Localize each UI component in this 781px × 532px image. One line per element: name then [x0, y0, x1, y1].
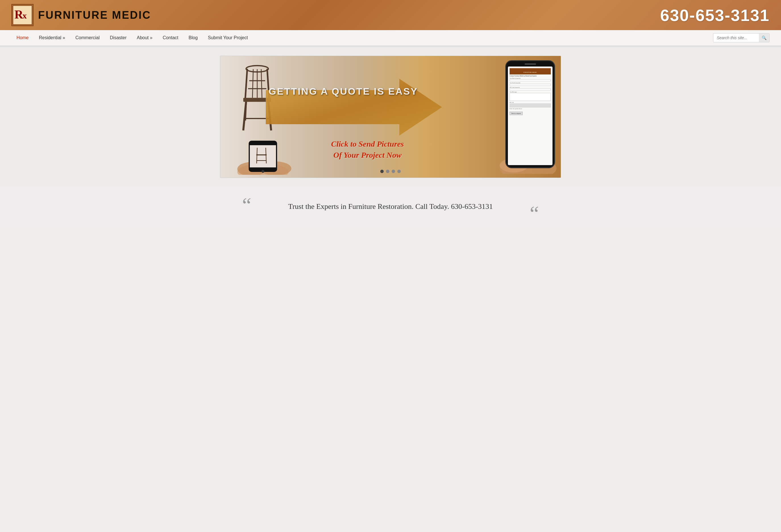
nav-item-home[interactable]: Home — [11, 31, 34, 45]
search-input[interactable] — [713, 34, 759, 42]
slider-dot-2[interactable] — [386, 170, 389, 173]
header-phone: 630-653-3131 — [660, 6, 770, 25]
svg-line-14 — [252, 69, 253, 98]
nav-link-submit[interactable]: Submit Your Project — [203, 31, 253, 45]
nav-link-about[interactable]: About » — [132, 31, 158, 45]
svg-text:R: R — [14, 8, 23, 21]
svg-text:x: x — [23, 11, 27, 20]
slide-image: GETTING A QUOTE IS EASY Click to Send Pi… — [220, 56, 561, 178]
nav-link-blog[interactable]: Blog — [183, 31, 203, 45]
logo-area: R x FURNITURE MEDIC — [11, 4, 151, 26]
slider-dot-4[interactable] — [397, 170, 401, 173]
quote-text: Trust the Experts in Furniture Restorati… — [262, 202, 519, 211]
svg-line-16 — [261, 69, 262, 98]
nav-item-disaster[interactable]: Disaster — [105, 31, 132, 45]
nav-link-home[interactable]: Home — [11, 31, 34, 45]
main-nav: Home Residential » Commercial Disaster A… — [0, 30, 781, 46]
slider-cta[interactable]: Click to Send Pictures Of Your Project N… — [331, 138, 404, 161]
nav-link-contact[interactable]: Contact — [158, 31, 183, 45]
svg-point-28 — [261, 170, 264, 173]
nav-link-commercial[interactable]: Commercial — [70, 31, 105, 45]
phone-send-button[interactable]: Send a request — [509, 112, 523, 115]
phone-mock-right: FURNITURE MEDIC Contact Furniture Medic … — [505, 60, 555, 168]
svg-line-12 — [245, 102, 246, 121]
quote-section: “ Trust the Experts in Furniture Restora… — [0, 187, 781, 227]
site-header: R x FURNITURE MEDIC 630-653-3131 — [0, 0, 781, 30]
nav-item-submit[interactable]: Submit Your Project — [203, 31, 253, 45]
nav-item-commercial[interactable]: Commercial — [70, 31, 105, 45]
search-icon: 🔍 — [762, 36, 767, 40]
main-content: GETTING A QUOTE IS EASY Click to Send Pi… — [0, 47, 781, 187]
phone-hands-left — [229, 129, 297, 175]
svg-rect-23 — [250, 145, 276, 167]
nav-item-contact[interactable]: Contact — [158, 31, 183, 45]
search-bar[interactable]: 🔍 — [713, 33, 770, 42]
slider-dot-3[interactable] — [392, 170, 395, 173]
phone-right: FURNITURE MEDIC Contact Furniture Medic … — [505, 60, 555, 168]
open-quote-mark: “ — [242, 195, 251, 215]
slider-dot-1[interactable] — [380, 170, 384, 173]
nav-links: Home Residential » Commercial Disaster A… — [11, 31, 253, 45]
hero-slider[interactable]: GETTING A QUOTE IS EASY Click to Send Pi… — [220, 56, 561, 178]
slider-dots — [380, 170, 401, 173]
nav-item-about[interactable]: About » — [132, 31, 158, 45]
nav-link-residential[interactable]: Residential » — [34, 31, 71, 45]
logo-badge: R x — [11, 4, 34, 26]
nav-item-blog[interactable]: Blog — [183, 31, 203, 45]
phone-speaker — [525, 64, 536, 65]
close-quote-mark: ” — [530, 195, 539, 215]
svg-line-5 — [245, 69, 247, 98]
brand-name: FURNITURE MEDIC — [38, 9, 151, 21]
search-button[interactable]: 🔍 — [759, 34, 769, 42]
phone-screen: FURNITURE MEDIC Contact Furniture Medic … — [508, 67, 552, 165]
slider-headline: GETTING A QUOTE IS EASY — [269, 86, 418, 97]
nav-item-residential[interactable]: Residential » — [34, 31, 71, 45]
nav-link-disaster[interactable]: Disaster — [105, 31, 132, 45]
